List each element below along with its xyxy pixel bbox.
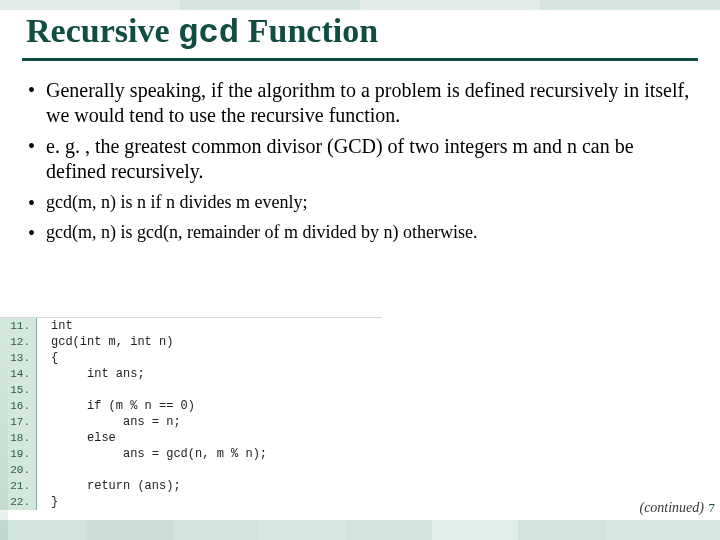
code-src: { <box>37 350 58 366</box>
title-rule <box>22 58 698 61</box>
title-text-2: Function <box>248 12 378 49</box>
line-number: 11. <box>0 318 37 334</box>
code-row: 14. int ans; <box>0 366 382 382</box>
line-number: 22. <box>0 494 37 510</box>
bullet-1-text: Generally speaking, if the algorithm to … <box>46 79 689 126</box>
code-row: 11.int <box>0 318 382 334</box>
continued-label: (continued) <box>639 500 704 516</box>
body: Generally speaking, if the algorithm to … <box>28 78 692 251</box>
title-code: gcd <box>178 14 239 52</box>
code-src: ans = n; <box>37 414 181 430</box>
code-src: } <box>37 494 58 510</box>
code-row: 15. <box>0 382 382 398</box>
line-number: 13. <box>0 350 37 366</box>
code-row: 13.{ <box>0 350 382 366</box>
bullet-1: Generally speaking, if the algorithm to … <box>28 78 692 128</box>
code-src: return (ans); <box>37 478 181 494</box>
code-row: 18. else <box>0 430 382 446</box>
line-number: 16. <box>0 398 37 414</box>
line-number: 18. <box>0 430 37 446</box>
code-src: ans = gcd(n, m % n); <box>37 446 267 462</box>
page-number: 7 <box>709 500 716 516</box>
line-number: 14. <box>0 366 37 382</box>
line-number: 20. <box>0 462 37 478</box>
line-number: 17. <box>0 414 37 430</box>
bullet-2: e. g. , the greatest common divisor (GCD… <box>28 134 692 184</box>
title-text-1: Recursive <box>26 12 178 49</box>
subbullet-2: gcd(m, n) is gcd(n, remainder of m divid… <box>28 220 692 244</box>
subbullet-1: gcd(m, n) is n if n divides m evenly; <box>28 190 692 214</box>
code-src: gcd(int m, int n) <box>37 334 173 350</box>
code-row: 21. return (ans); <box>0 478 382 494</box>
code-src: int <box>37 318 73 334</box>
line-number: 19. <box>0 446 37 462</box>
code-src: int ans; <box>37 366 145 382</box>
code-row: 12.gcd(int m, int n) <box>0 334 382 350</box>
bottom-decoration <box>0 520 720 540</box>
code-src: if (m % n == 0) <box>37 398 195 414</box>
slide-title: Recursive gcd Function <box>26 12 378 52</box>
bullet-2-text: e. g. , the greatest common divisor (GCD… <box>46 135 634 182</box>
subbullet-2-text: gcd(m, n) is gcd(n, remainder of m divid… <box>46 222 477 242</box>
code-block: 11.int 12.gcd(int m, int n) 13.{ 14. int… <box>0 317 382 510</box>
code-row: 20. <box>0 462 382 478</box>
code-row: 19. ans = gcd(n, m % n); <box>0 446 382 462</box>
line-number: 15. <box>0 382 37 398</box>
line-number: 12. <box>0 334 37 350</box>
code-row: 16. if (m % n == 0) <box>0 398 382 414</box>
subbullet-1-text: gcd(m, n) is n if n divides m evenly; <box>46 192 307 212</box>
line-number: 21. <box>0 478 37 494</box>
top-decoration <box>0 0 720 10</box>
slide: Recursive gcd Function Generally speakin… <box>0 0 720 540</box>
code-row: 17. ans = n; <box>0 414 382 430</box>
code-row: 22.} <box>0 494 382 510</box>
code-src: else <box>37 430 116 446</box>
